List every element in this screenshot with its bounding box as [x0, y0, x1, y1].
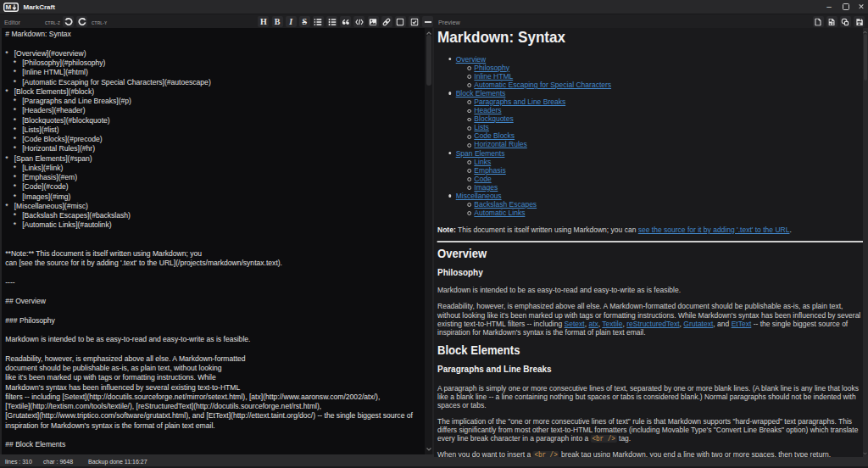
svg-text:M: M: [6, 3, 12, 11]
